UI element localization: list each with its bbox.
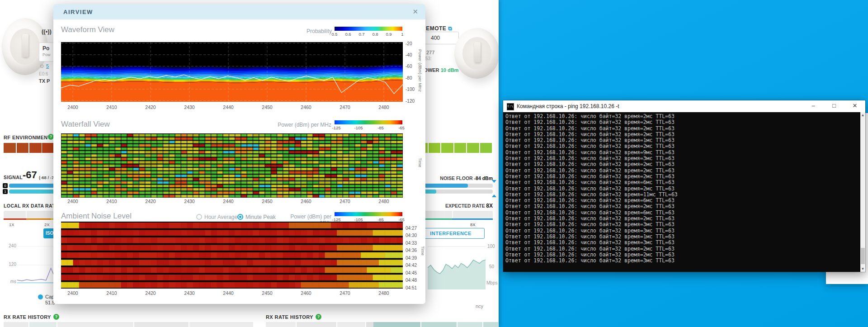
rx-history-strip-right xyxy=(266,322,498,327)
minute-peak-radio[interactable] xyxy=(237,214,243,220)
terminal-line: Ответ от 192.168.10.26: число байт=32 вр… xyxy=(505,161,678,167)
strip-segment xyxy=(483,322,498,327)
terminal-line: Ответ от 192.168.10.26: число байт=32 вр… xyxy=(505,198,678,204)
x-tick-label: 2460 xyxy=(298,199,314,204)
external-link-icon[interactable]: ⧉ xyxy=(448,25,452,32)
help-icon[interactable]: ? xyxy=(316,314,321,320)
ambient-time-axis: 04:2704:3004:3304:3604:3904:4204:4504:48… xyxy=(406,222,419,289)
colorbar-tick-label: -85 xyxy=(374,125,387,130)
cmd-icon: C:\ xyxy=(507,103,514,110)
terminal-line: Ответ от 192.168.10.26: число байт=32 вр… xyxy=(505,204,678,209)
ambient-colorbar-ticks: -125-105-85-65 xyxy=(335,217,402,222)
x-tick-label: 2470 xyxy=(337,290,353,296)
rx-rate-history-heading-right: RX RATE HISTORY xyxy=(266,314,313,320)
legend-dot-icon xyxy=(38,294,43,299)
strip-segment xyxy=(57,322,133,327)
rx-rate-history-heading-left: RX RATE HISTORY xyxy=(4,314,51,320)
y-tick-label: -120 xyxy=(406,99,415,104)
scroll-up-icon[interactable]: ▲ xyxy=(860,112,865,118)
colorbar-tick-label: -65 xyxy=(395,125,408,130)
rate-tick-8x: 8X xyxy=(470,222,476,227)
mbps-axis-50: 50 xyxy=(489,264,494,269)
ambient-colorbar xyxy=(335,212,402,216)
close-button[interactable]: ✕ xyxy=(844,100,865,112)
waveform-x-axis: 240024102420243024402450246024702480 xyxy=(61,104,403,110)
x-tick-label: 2440 xyxy=(220,290,236,296)
terminal-scrollbar[interactable]: ▲ ▼ xyxy=(860,112,865,272)
probability-colorbar-ticks: 0.50.60.70.80.91 xyxy=(335,32,402,36)
terminal-console[interactable]: Ответ от 192.168.10.26: число байт=32 вр… xyxy=(503,112,860,272)
minimize-button[interactable]: – xyxy=(803,100,824,112)
rate-tick-1x: 1X xyxy=(9,222,14,227)
terminal-line: Ответ от 192.168.10.26: число байт=32 вр… xyxy=(505,222,678,227)
power-value: 10 dBm xyxy=(441,67,459,73)
latency-axis-240: 240 xyxy=(5,243,16,248)
rf-bar-segment xyxy=(29,143,42,153)
strip-segment xyxy=(337,322,365,327)
terminal-line: Ответ от 192.168.10.26: число байт=32 вр… xyxy=(505,114,678,119)
terminal-titlebar[interactable]: C:\ Командная строка - ping 192.168.10.2… xyxy=(503,100,865,112)
ambient-heatmap xyxy=(61,222,403,289)
strip-segment xyxy=(297,322,336,327)
terminal-line: Ответ от 192.168.10.26: число байт=32 вр… xyxy=(505,132,678,137)
latency-axis-unit: ms xyxy=(6,279,16,284)
time-tick-label: 04:39 xyxy=(406,256,417,261)
strip-segment xyxy=(421,322,457,327)
x-tick-label: 2420 xyxy=(142,199,159,204)
probability-colorbar-label: Probability xyxy=(297,28,332,34)
terminal-line: Ответ от 192.168.10.26: число байт=32 вр… xyxy=(505,186,678,192)
remote-distance: 277 xyxy=(426,50,434,55)
airview-modal: AIRVIEW ✕ Waveform View Probability 0.50… xyxy=(53,4,425,304)
close-icon[interactable]: ✕ xyxy=(412,8,418,16)
time-tick-label: 04:36 xyxy=(406,248,417,253)
modal-header: AIRVIEW ✕ xyxy=(53,4,425,19)
hour-average-radio[interactable] xyxy=(196,214,202,220)
x-tick-label: 2400 xyxy=(65,104,81,110)
strip-segment xyxy=(4,218,26,220)
terminal-line: Ответ от 192.168.10.26: число байт=32 вр… xyxy=(505,180,678,185)
tx-power-fragment: TX P xyxy=(39,78,50,84)
rf-bar-segment xyxy=(480,143,492,153)
rf-bar-segment xyxy=(17,143,29,153)
x-tick-label: 2430 xyxy=(181,290,198,296)
x-tick-label: 2420 xyxy=(142,290,159,296)
mbps-axis-unit: Mbps xyxy=(486,280,497,285)
y-tick-label: -100 xyxy=(406,87,415,92)
scroll-down-icon[interactable]: ▼ xyxy=(860,266,865,272)
x-tick-label: 2440 xyxy=(220,104,236,110)
y-tick-label: -60 xyxy=(406,64,412,69)
scrollbar-thumb[interactable] xyxy=(861,248,865,264)
x-tick-label: 2440 xyxy=(220,199,236,204)
waterfall-colorbar-label: Power (dBm) per MHz xyxy=(259,122,331,128)
terminal-line: Ответ от 192.168.10.26: число байт=32 вр… xyxy=(505,234,678,240)
terminal-window: C:\ Командная строка - ping 192.168.10.2… xyxy=(503,100,865,272)
x-tick-label: 2430 xyxy=(181,104,198,110)
antenna-feed-horn xyxy=(22,34,28,57)
remote-label: REMOTE xyxy=(422,25,446,32)
y-tick-label: -40 xyxy=(406,52,412,57)
throughput-history-chart xyxy=(428,246,486,289)
waterfall-colorbar xyxy=(335,120,402,124)
waterfall-section-title: Waterfall View xyxy=(61,120,110,129)
rf-bar-segment xyxy=(429,143,441,153)
hour-average-label[interactable]: Hour Average xyxy=(204,214,237,220)
help-icon[interactable]: ? xyxy=(53,314,59,320)
strip-segment xyxy=(452,218,493,220)
maximize-button[interactable]: □ xyxy=(824,100,844,112)
noise-marker-up-icon xyxy=(492,194,496,197)
mbps-axis-100: 100 xyxy=(487,244,495,249)
remote-device-field[interactable]: 400 xyxy=(422,32,459,44)
waterfall-y-axis-label: Time xyxy=(418,158,423,167)
terminal-line: Ответ от 192.168.10.26: число байт=32 вр… xyxy=(505,174,678,180)
terminal-line: Ответ от 192.168.10.26: число байт=32 вр… xyxy=(505,216,678,222)
time-tick-label: 04:42 xyxy=(406,263,417,268)
x-tick-label: 2460 xyxy=(298,290,314,296)
noise-marker-down-icon xyxy=(492,180,496,183)
x-tick-label: 2400 xyxy=(65,199,81,204)
interference-button[interactable]: INTERFERENCE xyxy=(417,228,485,239)
location-link-fragment[interactable]: 5 xyxy=(46,63,49,69)
local-rx-data-rate-heading: LOCAL RX DATA RATE xyxy=(4,203,59,209)
terminal-line: Ответ от 192.168.10.26: число байт=32 вр… xyxy=(505,246,678,252)
minute-peak-label[interactable]: Minute Peak xyxy=(245,214,276,220)
terminal-line: Ответ от 192.168.10.26: число байт=32 вр… xyxy=(505,119,678,125)
